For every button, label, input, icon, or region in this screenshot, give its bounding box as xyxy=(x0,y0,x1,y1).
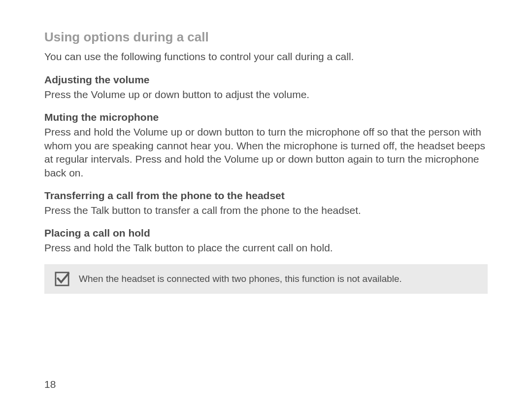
page-number: 18 xyxy=(44,379,56,390)
body-text: Press the Volume up or down button to ad… xyxy=(44,88,488,102)
subsection-title-adjust-volume: Adjusting the volume xyxy=(44,74,488,86)
body-text: Press the Talk button to transfer a call… xyxy=(44,204,488,217)
body-text: Press and hold the Volume up or down but… xyxy=(44,125,488,180)
intro-text: You can use the following functions to c… xyxy=(44,50,488,63)
note-box: When the headset is connected with two p… xyxy=(44,264,488,294)
checkbox-checked-icon xyxy=(54,271,70,287)
note-text: When the headset is connected with two p… xyxy=(79,273,402,285)
subsection-title-muting: Muting the microphone xyxy=(44,111,488,123)
body-text: Press and hold the Talk button to place … xyxy=(44,241,488,255)
subsection-title-hold: Placing a call on hold xyxy=(44,227,488,239)
section-title: Using options during a call xyxy=(44,30,488,45)
subsection-title-transferring: Transferring a call from the phone to th… xyxy=(44,190,488,202)
